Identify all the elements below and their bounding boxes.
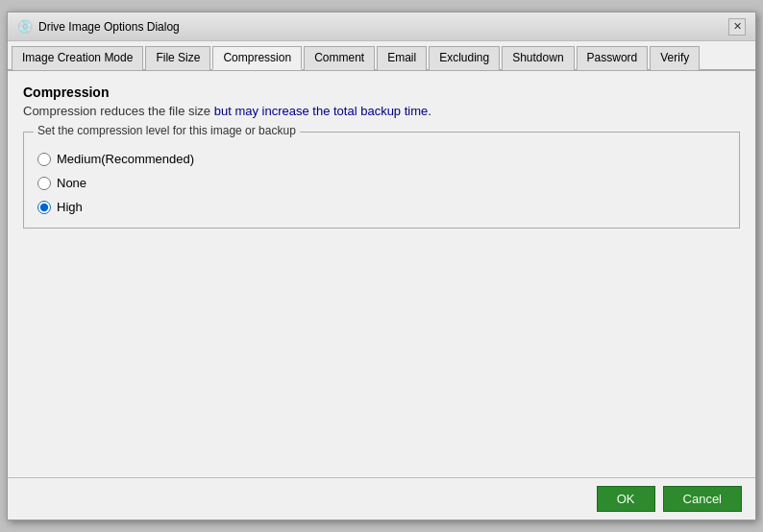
section-title: Compression: [23, 85, 740, 100]
cancel-button[interactable]: Cancel: [663, 486, 742, 512]
radio-medium-label: Medium(Recommended): [57, 152, 194, 166]
tab-password[interactable]: Password: [577, 46, 649, 70]
radio-option-none[interactable]: None: [37, 176, 726, 190]
radio-medium[interactable]: [37, 153, 51, 166]
radio-none-label: None: [57, 176, 86, 190]
description-highlight: but may increase the total backup time.: [214, 104, 431, 118]
radio-high-label: High: [57, 200, 83, 214]
compression-group: Set the compression level for this image…: [23, 132, 740, 229]
dialog: 💿 Drive Image Options Dialog ✕ Image Cre…: [7, 12, 756, 520]
tab-verify[interactable]: Verify: [650, 46, 700, 70]
footer: OK Cancel: [8, 477, 755, 520]
close-button[interactable]: ✕: [728, 18, 746, 36]
radio-high[interactable]: [37, 201, 51, 214]
tab-comment[interactable]: Comment: [304, 46, 375, 70]
title-bar-left: 💿 Drive Image Options Dialog: [17, 19, 180, 35]
section-description: Compression reduces the file size but ma…: [23, 104, 740, 118]
group-legend: Set the compression level for this image…: [34, 124, 300, 137]
title-bar: 💿 Drive Image Options Dialog ✕: [8, 12, 755, 41]
dialog-title: Drive Image Options Dialog: [38, 20, 180, 34]
tab-file-size[interactable]: File Size: [145, 46, 210, 70]
ok-button[interactable]: OK: [597, 486, 655, 512]
tab-email[interactable]: Email: [377, 46, 427, 70]
radio-none[interactable]: [37, 177, 51, 190]
radio-option-medium[interactable]: Medium(Recommended): [37, 152, 726, 166]
tab-image-creation-mode[interactable]: Image Creation Mode: [12, 46, 143, 70]
content-area: Compression Compression reduces the file…: [8, 71, 755, 477]
tab-compression[interactable]: Compression: [212, 46, 302, 70]
description-text: Compression reduces the file size: [23, 104, 214, 118]
radio-option-high[interactable]: High: [37, 200, 726, 214]
dialog-icon: 💿: [17, 19, 33, 35]
tabs-container: Image Creation Mode File Size Compressio…: [8, 41, 755, 71]
tab-shutdown[interactable]: Shutdown: [502, 46, 574, 70]
tab-excluding[interactable]: Excluding: [429, 46, 500, 70]
